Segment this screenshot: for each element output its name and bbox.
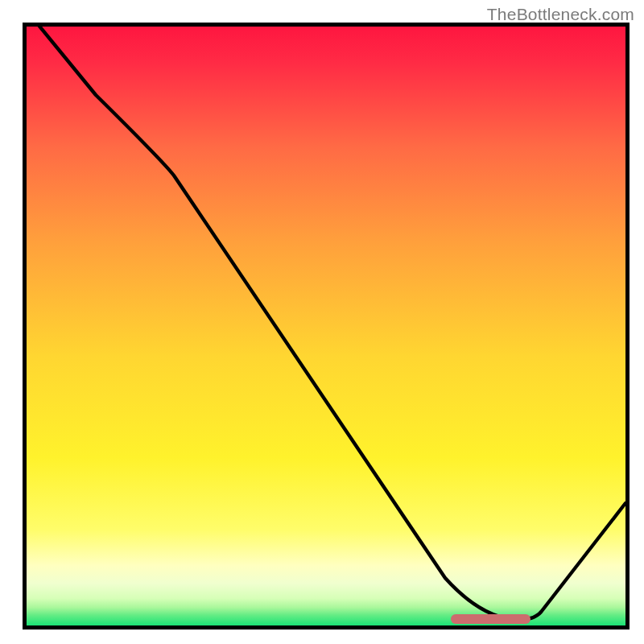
chart-container: TheBottleneck.com — [0, 0, 644, 644]
plot-frame — [23, 23, 630, 630]
gradient-background — [27, 27, 625, 625]
svg-rect-0 — [27, 27, 625, 625]
watermark-text: TheBottleneck.com — [487, 5, 634, 24]
plot-area — [27, 27, 625, 625]
optimal-range-marker — [451, 614, 530, 624]
